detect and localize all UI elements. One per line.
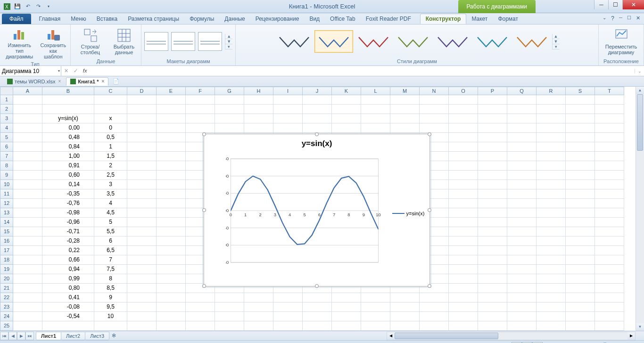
vertical-scrollbar[interactable]: ▲ ▼ [636, 87, 644, 331]
cell[interactable] [537, 123, 566, 133]
cell[interactable]: x [94, 114, 127, 123]
cell[interactable] [537, 105, 566, 114]
cell[interactable] [127, 152, 157, 161]
cell[interactable] [303, 105, 332, 114]
cell[interactable] [215, 95, 244, 105]
resize-handle[interactable] [202, 284, 206, 288]
row-header[interactable]: 7 [0, 152, 13, 161]
cell[interactable] [449, 274, 478, 284]
cell[interactable] [244, 293, 273, 302]
cell[interactable] [13, 105, 42, 114]
enter-formula-icon[interactable]: ✓ [74, 68, 78, 74]
cell[interactable] [157, 152, 186, 161]
cell[interactable] [332, 302, 361, 312]
close-tab-icon[interactable]: × [58, 79, 61, 84]
cell[interactable] [507, 218, 537, 227]
cell[interactable]: 1,5 [94, 152, 127, 161]
cell[interactable]: 0 [94, 123, 127, 133]
cell[interactable] [361, 312, 390, 321]
cell[interactable] [157, 142, 186, 152]
sheet-nav-last-icon[interactable]: ⏭ [25, 332, 34, 340]
cell[interactable] [478, 171, 507, 180]
cell[interactable] [127, 302, 157, 312]
col-header[interactable]: I [273, 87, 303, 95]
cell[interactable] [244, 105, 273, 114]
cell[interactable] [13, 95, 42, 105]
cell[interactable] [157, 199, 186, 208]
tab-формат[interactable]: Формат [493, 14, 523, 24]
cell[interactable] [478, 105, 507, 114]
cell[interactable] [303, 302, 332, 312]
cell[interactable] [13, 246, 42, 255]
cell[interactable] [157, 123, 186, 133]
cell[interactable] [478, 208, 507, 218]
cell[interactable] [157, 95, 186, 105]
row-header[interactable]: 3 [0, 114, 13, 123]
row-header[interactable]: 8 [0, 161, 13, 171]
select-all-cell[interactable] [0, 87, 13, 95]
cell[interactable] [449, 142, 478, 152]
sheet-nav-first-icon[interactable]: ⏮ [0, 332, 8, 340]
cell[interactable] [449, 133, 478, 142]
cell[interactable] [537, 255, 566, 265]
cell[interactable] [449, 114, 478, 123]
cell[interactable] [13, 321, 42, 331]
cell[interactable] [157, 302, 186, 312]
cell[interactable] [478, 133, 507, 142]
cell[interactable]: 0,91 [42, 161, 94, 171]
scroll-thumb[interactable] [395, 333, 498, 339]
cell[interactable] [157, 171, 186, 180]
col-header[interactable]: S [566, 87, 595, 95]
cell[interactable] [449, 265, 478, 274]
cell[interactable] [390, 95, 420, 105]
col-header[interactable]: R [537, 87, 566, 95]
cell[interactable] [478, 321, 507, 331]
cell[interactable] [507, 161, 537, 171]
cell[interactable] [537, 208, 566, 218]
chart-title[interactable]: y=sin(x) [204, 134, 429, 150]
cell[interactable] [215, 114, 244, 123]
cell[interactable] [566, 246, 595, 255]
cell[interactable] [449, 227, 478, 237]
cell[interactable] [478, 293, 507, 302]
cell[interactable]: -0,96 [42, 218, 94, 227]
chart-style-thumb[interactable] [314, 30, 353, 53]
cell[interactable] [127, 123, 157, 133]
formula-input[interactable] [90, 66, 635, 76]
row-header[interactable]: 4 [0, 123, 13, 133]
cell[interactable] [566, 227, 595, 237]
row-header[interactable]: 5 [0, 133, 13, 142]
cell[interactable] [537, 237, 566, 246]
chart-layout-thumb[interactable] [144, 32, 168, 51]
cell[interactable] [244, 123, 273, 133]
cell[interactable]: 3,5 [94, 189, 127, 199]
cell[interactable] [478, 302, 507, 312]
scroll-down-icon[interactable]: ▼ [636, 323, 644, 331]
row-header[interactable]: 25 [0, 321, 13, 331]
cell[interactable] [390, 293, 420, 302]
tab-меню[interactable]: Меню [66, 14, 91, 24]
cell[interactable] [13, 161, 42, 171]
row-header[interactable]: 16 [0, 237, 13, 246]
cell[interactable] [449, 284, 478, 293]
cell[interactable] [390, 114, 420, 123]
cell[interactable]: 6 [94, 237, 127, 246]
close-button[interactable]: ✕ [622, 0, 644, 9]
cell[interactable]: 1 [94, 142, 127, 152]
cell[interactable] [566, 321, 595, 331]
cell[interactable] [303, 312, 332, 321]
cell[interactable] [507, 171, 537, 180]
excel-icon[interactable]: X [3, 2, 11, 11]
row-header[interactable]: 24 [0, 312, 13, 321]
cell[interactable] [42, 95, 94, 105]
cell[interactable] [507, 255, 537, 265]
cell[interactable] [361, 293, 390, 302]
cell[interactable] [566, 255, 595, 265]
chart-style-thumb[interactable] [275, 30, 314, 53]
insert-function-icon[interactable]: fx [83, 68, 87, 74]
new-doc-tab[interactable]: 📄 [109, 77, 123, 86]
cell[interactable] [566, 208, 595, 218]
cell[interactable] [273, 302, 303, 312]
cell[interactable]: 0,48 [42, 133, 94, 142]
cell[interactable] [13, 152, 42, 161]
